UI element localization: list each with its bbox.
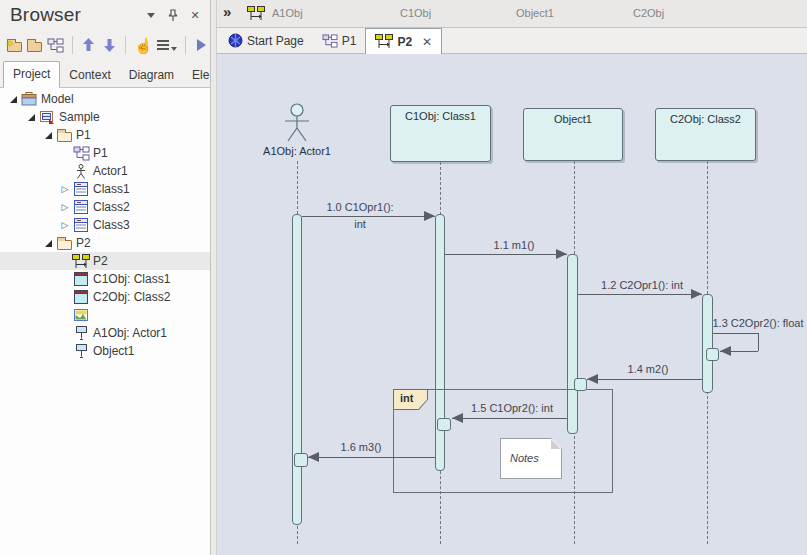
project-tree: Model Sample P1 P1 xyxy=(0,88,210,555)
message-1.6-line[interactable] xyxy=(308,457,435,458)
message-1.3-arrowhead xyxy=(720,346,731,356)
expand-toggle-icon[interactable] xyxy=(41,132,55,139)
message-1.4-line[interactable] xyxy=(587,379,702,380)
new-package-icon[interactable]: ✦ xyxy=(6,35,22,55)
tab-p1[interactable]: P1 xyxy=(313,28,366,53)
message-1.6-label[interactable]: 1.6 m3() xyxy=(306,441,416,453)
activation-c2obj[interactable] xyxy=(702,294,713,393)
model-icon xyxy=(20,92,38,106)
lifeline-head-c1obj[interactable]: C1Obj: Class1 xyxy=(390,105,491,162)
expand-toggle-icon[interactable]: ▷ xyxy=(58,221,72,230)
new-folder-icon[interactable] xyxy=(26,35,42,55)
tab-start-page[interactable]: Start Page xyxy=(219,28,313,53)
tree-item-c1obj[interactable]: C1Obj: Class1 xyxy=(0,270,210,288)
panel-menu-caret-icon[interactable] xyxy=(142,7,160,23)
expand-toggle-icon[interactable]: ▷ xyxy=(58,203,72,212)
toolbar-separator xyxy=(125,36,126,54)
collapse-header-icon[interactable]: » xyxy=(223,3,231,20)
tree-item-p1-package[interactable]: P1 xyxy=(0,126,210,144)
message-1.0-arrowhead xyxy=(424,211,435,221)
pin-icon[interactable] xyxy=(164,7,182,23)
tree-item-label: Model xyxy=(38,92,74,106)
close-panel-icon[interactable]: ✕ xyxy=(186,7,204,23)
tree-item-model[interactable]: Model xyxy=(0,90,210,108)
tree-item-class2[interactable]: ▷ Class2 xyxy=(0,198,210,216)
nested-activation-c2obj[interactable] xyxy=(706,348,719,361)
nested-activation-object1[interactable] xyxy=(574,378,587,391)
move-up-icon[interactable] xyxy=(81,35,97,55)
message-1.0-line[interactable] xyxy=(302,216,435,217)
move-down-icon[interactable] xyxy=(101,35,117,55)
message-1.2-line[interactable] xyxy=(578,294,702,295)
toolbar-separator xyxy=(185,36,186,54)
document-tab-strip: Start Page P1 P2 ✕ xyxy=(217,28,807,54)
browser-panel: Browser ✕ ✦ ☝ xyxy=(0,0,210,555)
tree-item-c2obj[interactable]: C2Obj: Class2 xyxy=(0,288,210,306)
message-1.3-line-out[interactable] xyxy=(713,333,758,334)
tree-item-sample[interactable]: Sample xyxy=(0,108,210,126)
header-lifeline-c1obj: C1Obj xyxy=(400,7,431,19)
nested-activation-a1obj[interactable] xyxy=(294,453,308,467)
tab-diagram[interactable]: Diagram xyxy=(120,63,183,88)
nested-activation-c1obj[interactable] xyxy=(437,418,451,431)
message-1.5-label[interactable]: 1.5 C1Opr2(): int xyxy=(457,402,567,414)
message-1.2-label[interactable]: 1.2 C2Opr1(): int xyxy=(587,279,697,291)
expand-toolbar-icon[interactable] xyxy=(194,35,210,55)
activation-a1obj[interactable] xyxy=(292,214,302,525)
lifeline-head-object1[interactable]: Object1 xyxy=(523,108,623,161)
tree-item-label: A1Obj: Actor1 xyxy=(90,326,167,340)
close-tab-icon[interactable]: ✕ xyxy=(422,35,432,49)
tab-context[interactable]: Context xyxy=(60,63,119,88)
message-1.3-label[interactable]: 1.3 C2Opr2(): float xyxy=(704,317,807,329)
expand-toggle-icon[interactable] xyxy=(41,240,55,247)
panel-splitter[interactable] xyxy=(210,0,217,555)
tree-item-p1-diagram[interactable]: P1 xyxy=(0,144,210,162)
expand-toggle-icon[interactable]: ▷ xyxy=(58,185,72,194)
tree-item-class1[interactable]: ▷ Class1 xyxy=(0,180,210,198)
message-1.0-label-line2[interactable]: int xyxy=(305,218,415,230)
tree-item-label: Object1 xyxy=(90,344,134,358)
message-1.4-label[interactable]: 1.4 m2() xyxy=(593,363,703,375)
tree-item-class3[interactable]: ▷ Class3 xyxy=(0,216,210,234)
class-diagram-icon xyxy=(322,34,338,48)
tree-item-label: Class2 xyxy=(90,200,130,214)
actor-icon xyxy=(72,164,90,179)
tree-item-p2-diagram[interactable]: P2 xyxy=(0,252,210,270)
actor-figure[interactable] xyxy=(279,102,315,144)
tree-item-label: C2Obj: Class2 xyxy=(90,290,170,304)
view-icon xyxy=(38,111,56,124)
locate-element-icon[interactable]: ☝ xyxy=(134,35,153,55)
lifeline-head-c2obj[interactable]: C2Obj: Class2 xyxy=(655,108,756,161)
tree-item-a1obj[interactable]: A1Obj: Actor1 xyxy=(0,324,210,342)
note-element[interactable]: Notes xyxy=(500,438,562,479)
message-1.1-label[interactable]: 1.1 m1() xyxy=(459,239,569,251)
expand-toggle-icon[interactable] xyxy=(24,114,38,121)
message-1.3-line-down[interactable] xyxy=(758,333,759,351)
message-1.0-label[interactable]: 1.0 C1Opr1(): xyxy=(305,201,415,213)
tree-item-p2-package[interactable]: P2 xyxy=(0,234,210,252)
sequence-diagram-icon xyxy=(247,6,265,21)
tree-item-actor1[interactable]: Actor1 xyxy=(0,162,210,180)
new-diagram-icon[interactable] xyxy=(47,35,64,55)
tab-p2-active[interactable]: P2 ✕ xyxy=(365,28,442,54)
application-window: Browser ✕ ✦ ☝ xyxy=(0,0,807,555)
object-icon xyxy=(72,272,90,286)
sequence-diagram-canvas[interactable]: A1Obj: Actor1 C1Obj: Class1 Object1 C2Ob… xyxy=(217,54,807,555)
class-diagram-icon xyxy=(72,146,90,161)
tree-item-object1[interactable]: Object1 xyxy=(0,342,210,360)
class-icon xyxy=(72,182,90,196)
toolbar-separator xyxy=(72,36,73,54)
actor-name-label[interactable]: A1Obj: Actor1 xyxy=(237,145,357,157)
message-1.1-line[interactable] xyxy=(445,254,567,255)
tree-item-label: P1 xyxy=(73,128,91,142)
message-1.5-line[interactable] xyxy=(452,418,567,419)
options-menu-icon[interactable] xyxy=(157,35,177,55)
tab-project[interactable]: Project xyxy=(3,61,60,88)
header-lifeline-object1: Object1 xyxy=(516,7,554,19)
header-lifeline-a1obj: A1Obj xyxy=(272,7,303,19)
browser-toolbar: ✦ ☝ xyxy=(0,30,210,60)
expand-toggle-icon[interactable] xyxy=(6,96,20,103)
start-page-icon xyxy=(228,33,243,48)
package-folder-icon xyxy=(55,237,73,250)
tree-item-image-element[interactable] xyxy=(0,306,210,324)
